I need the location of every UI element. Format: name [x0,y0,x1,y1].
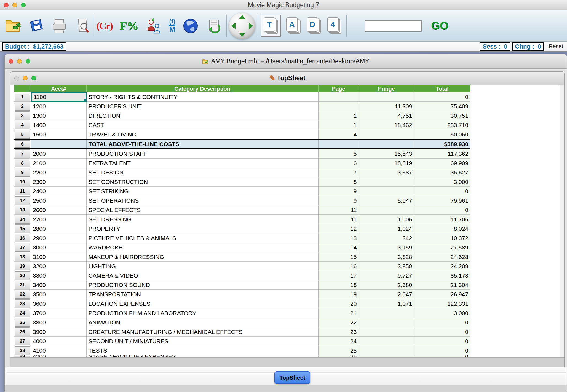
total-cell[interactable]: $389,930 [414,140,470,148]
acct-cell[interactable]: 1100 [31,92,87,102]
category-cell[interactable]: SET DESIGN [87,168,319,177]
total-cell[interactable]: 0 [414,337,470,346]
fringe-cell[interactable] [359,205,414,215]
fringe-cell[interactable] [359,318,414,327]
total-cell[interactable]: 75,409 [414,102,470,111]
header-total[interactable]: Total [414,85,470,92]
page-cell[interactable]: 9 [319,196,359,205]
category-cell[interactable]: TRAVEL & LIVING [87,130,319,139]
acct-cell[interactable]: 2900 [31,233,87,243]
horizontal-scrollbar[interactable] [10,357,564,368]
acct-cell[interactable] [31,140,87,148]
header-fringe[interactable]: Fringe [359,85,414,92]
row-number[interactable]: 29 [15,356,30,357]
fringe-percent-button[interactable]: F% [120,15,138,37]
fringe-cell[interactable]: 18,462 [359,120,414,130]
category-cell[interactable]: TRANSPORTATION [87,290,319,299]
row-number[interactable]: 3 [15,111,30,120]
page-cell[interactable] [319,140,359,148]
page-cell[interactable]: 7 [319,168,359,177]
row-number[interactable]: 1 [15,93,30,101]
page-cell[interactable]: 24 [319,337,359,346]
page-cell[interactable]: 11 [319,215,359,224]
category-cell[interactable]: TESTS [87,346,319,355]
page-cell[interactable] [319,92,359,102]
total-cell[interactable]: 233,710 [414,120,470,130]
total-cell[interactable]: 0 [414,205,470,215]
acct-cell[interactable]: 1400 [31,120,87,130]
category-cell[interactable]: MAKEUP & HAIRDRESSING [87,252,319,262]
fringe-cell[interactable]: 3,159 [359,243,414,252]
fringe-cell[interactable] [359,346,414,355]
acct-cell[interactable]: 2100 [31,159,87,168]
total-cell[interactable]: 30,751 [414,111,470,120]
acct-cell[interactable]: 2200 [31,168,87,177]
category-cell[interactable]: LIGHTING [87,262,319,271]
category-cell[interactable]: SET OPERATIONS [87,196,319,205]
page-cell[interactable]: 23 [319,327,359,337]
acct-cell[interactable]: 3300 [31,271,87,280]
nav-down-arrow-icon[interactable] [239,33,245,37]
page-cell[interactable]: 20 [319,299,359,308]
row-number[interactable]: 6 [15,140,30,148]
row-number[interactable]: 9 [15,168,30,177]
acct-cell[interactable]: 1300 [31,111,87,120]
total-cell[interactable]: 27,589 [414,243,470,252]
header-page[interactable]: Page [319,85,359,92]
acct-cell[interactable]: 1500 [31,130,87,139]
total-cell[interactable]: 36,627 [414,168,470,177]
total-cell[interactable]: 11,706 [414,215,470,224]
topsheet-titlebar[interactable]: ✎ TopSheet [10,72,564,85]
row-number[interactable]: 17 [15,243,30,252]
fringe-cell[interactable]: 5,947 [359,196,414,205]
total-cell[interactable]: 26,947 [414,290,470,299]
row-number[interactable]: 22 [15,290,30,299]
total-cell[interactable]: 69,909 [414,159,470,168]
navigation-control[interactable] [229,15,255,37]
page-cell[interactable]: 9 [319,187,359,196]
acct-cell[interactable]: 2600 [31,205,87,215]
category-cell[interactable]: LOCATION EXPENSES [87,299,319,308]
reset-button[interactable]: Reset [549,43,563,50]
page-cell[interactable]: 4 [319,130,359,139]
row-number[interactable]: 14 [15,215,30,224]
acct-cell[interactable]: 1200 [31,102,87,111]
category-cell[interactable]: PRODUCTION STAFF [87,149,319,159]
crew-button[interactable] [146,15,162,37]
page-cell[interactable]: 19 [319,290,359,299]
row-number[interactable]: 21 [15,281,30,289]
page-cell[interactable]: 1 [319,111,359,120]
row-number[interactable]: 5 [15,130,30,139]
page-cell[interactable]: 15 [319,252,359,262]
total-cell[interactable]: 0 [414,318,470,327]
fringe-cell[interactable]: 1,024 [359,224,414,233]
fringe-cell[interactable]: 3,828 [359,252,414,262]
fringe-cell[interactable]: 3,859 [359,262,414,271]
print-preview-button[interactable] [74,15,91,37]
category-cell[interactable]: SET CONSTRUCTION [87,177,319,187]
category-cell[interactable]: DIRECTION [87,111,319,120]
header-acct[interactable]: Acct# [31,85,87,92]
category-cell[interactable]: WARDROBE [87,243,319,252]
category-cell[interactable]: TOTAL ABOVE-THE-LINE COSTS [87,140,319,148]
category-cell[interactable]: PROPERTY [87,224,319,233]
acct-cell[interactable]: 3000 [31,243,87,252]
total-cell[interactable]: 10,372 [414,233,470,243]
fringe-cell[interactable] [359,327,414,337]
acct-cell[interactable]: 3800 [31,318,87,327]
total-cell[interactable]: 0 [414,355,470,357]
vertical-scrollbar[interactable] [560,85,564,357]
fringe-cell[interactable]: 2,380 [359,280,414,290]
total-cell[interactable]: 79,961 [414,196,470,205]
category-cell[interactable]: ANIMATION [87,318,319,327]
total-cell[interactable]: 24,209 [414,262,470,271]
fringe-cell[interactable] [359,92,414,102]
total-cell[interactable]: 0 [414,346,470,355]
category-cell[interactable]: PICTURE VEHICLES & ANIMALS [87,233,319,243]
fringe-cell[interactable]: 3,687 [359,168,414,177]
row-number[interactable]: 10 [15,178,30,186]
acct-cell[interactable]: 3200 [31,262,87,271]
total-cell[interactable]: 50,060 [414,130,470,139]
category-cell[interactable]: STORY - RIGHTS & CONTINUITY [87,92,319,102]
acct-cell[interactable]: 3600 [31,299,87,308]
